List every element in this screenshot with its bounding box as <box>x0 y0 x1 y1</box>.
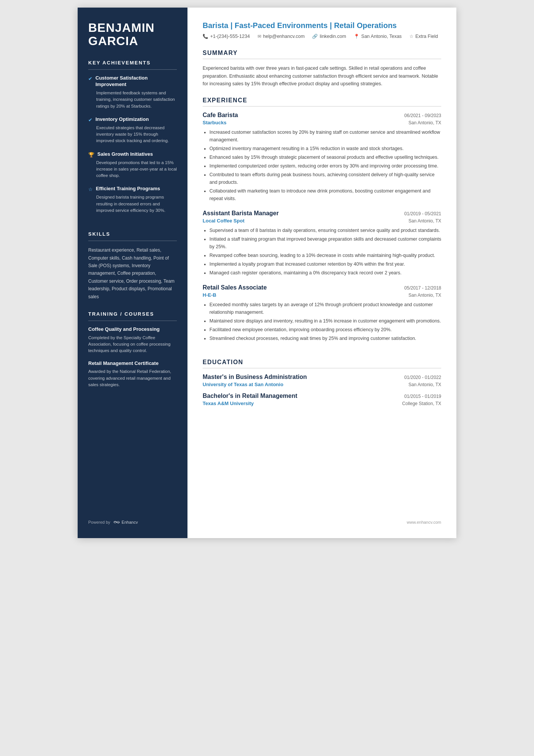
job-company: H-E-B <box>203 292 216 298</box>
job-bullets: Increased customer satisfaction scores b… <box>203 128 441 202</box>
bullet-item: Implemented computerized order system, r… <box>209 162 441 170</box>
contact-extra: ☆ Extra Field <box>409 34 438 39</box>
bullet-item: Maintained store displays and inventory,… <box>209 317 441 325</box>
name-section: BENJAMIN GARCIA <box>88 21 177 48</box>
star-icon: ☆ <box>409 34 414 39</box>
job-company: Starbucks <box>203 120 226 125</box>
edu-subheader: University of Texas at San Antonio San A… <box>203 382 441 387</box>
achievement-title: Sales Growth Initiatives <box>97 151 153 158</box>
job-title: Retail Sales Associate <box>203 284 267 291</box>
main-footer: www.enhancv.com <box>203 514 441 524</box>
edu-header: Bachelor's in Retail Management 01/2015 … <box>203 393 441 399</box>
bullet-item: Collaborated with marketing team to intr… <box>209 187 441 202</box>
edu-dates: 01/2020 - 01/2022 <box>404 375 441 380</box>
header-separator: | <box>230 21 234 30</box>
achievement-item: ✔ Inventory Optimization Executed strate… <box>88 116 177 144</box>
training-title: TRAINING / COURSES <box>88 311 177 317</box>
header-title: Barista | Fast-Paced Environments | Reta… <box>203 21 441 30</box>
edu-school: Texas A&M University <box>203 401 254 406</box>
contact-row: 📞 +1-(234)-555-1234 ✉ help@enhancv.com 🔗… <box>203 34 441 39</box>
job-subheader: Starbucks San Antonio, TX <box>203 120 441 125</box>
skills-text: Restaurant experience, Retail sales, Com… <box>88 246 177 301</box>
edu-location: San Antonio, TX <box>408 382 441 387</box>
training-item: Coffee Quality and Processing Completed … <box>88 326 177 354</box>
summary-section: SUMMARY Experienced barista with over th… <box>203 50 441 88</box>
job-title: Cafe Barista <box>203 112 238 119</box>
enhancv-brand-name: Enhancv <box>122 520 138 524</box>
training-item: Retail Management Certificate Awarded by… <box>88 360 177 388</box>
job-location: San Antonio, TX <box>408 120 441 125</box>
location-text: San Antonio, Texas <box>361 34 402 39</box>
bullet-item: Enhanced sales by 15% through strategic … <box>209 153 441 161</box>
email-text: help@enhancv.com <box>263 34 305 39</box>
job-location: San Antonio, TX <box>408 218 441 224</box>
bullet-item: Implemented a loyalty program that incre… <box>209 260 441 268</box>
achievement-title: Inventory Optimization <box>95 116 149 123</box>
achievements-section: KEY ACHIEVEMENTS ✔ Customer Satisfaction… <box>88 60 177 221</box>
header-title-part3: Retail Operations <box>334 21 397 30</box>
achievement-title: Efficient Training Programs <box>96 186 160 192</box>
experience-item: Retail Sales Associate 05/2017 - 12/2018… <box>203 284 441 342</box>
skills-section: SKILLS Restaurant experience, Retail sal… <box>88 231 177 301</box>
resume-wrapper: BENJAMIN GARCIA KEY ACHIEVEMENTS ✔ Custo… <box>78 8 456 538</box>
header-section: Barista | Fast-Paced Environments | Reta… <box>203 21 441 41</box>
education-item: Master's in Business Administration 01/2… <box>203 374 441 387</box>
achievement-desc: Developed promotions that led to a 15% i… <box>96 160 177 179</box>
edu-dates: 01/2015 - 01/2019 <box>404 394 441 399</box>
achievement-desc: Implemented feedback systems and trainin… <box>96 90 177 110</box>
experience-item: Cafe Barista 06/2021 - 09/2023 Starbucks… <box>203 112 441 202</box>
training-course-title: Coffee Quality and Processing <box>88 326 177 333</box>
bullet-item: Facilitated new employee orientation, im… <box>209 326 441 333</box>
header-separator2: | <box>330 21 334 30</box>
star-icon: ☆ <box>88 186 93 192</box>
edu-location: College Station, TX <box>402 401 441 406</box>
achievement-title: Customer Satisfaction Improvement <box>95 75 177 88</box>
extra-text: Extra Field <box>415 34 438 39</box>
job-dates: 05/2017 - 12/2018 <box>404 285 441 291</box>
header-title-part2: Fast-Paced Environments <box>235 21 328 30</box>
skills-title: SKILLS <box>88 231 177 237</box>
contact-location: 📍 San Antonio, Texas <box>354 34 402 39</box>
bullet-item: Initiated a staff training program that … <box>209 235 441 250</box>
contact-linkedin: 🔗 linkedin.com <box>312 34 346 39</box>
location-icon: 📍 <box>354 34 359 39</box>
job-bullets: Supervised a team of 8 baristas in daily… <box>203 227 441 277</box>
enhancv-logo: Enhancv <box>113 520 138 524</box>
job-dates: 06/2021 - 09/2023 <box>404 113 441 118</box>
powered-by-label: Powered by <box>88 520 110 524</box>
experience-section: EXPERIENCE Cafe Barista 06/2021 - 09/202… <box>203 97 441 350</box>
education-section: EDUCATION Master's in Business Administr… <box>203 359 441 412</box>
job-header: Cafe Barista 06/2021 - 09/2023 <box>203 112 441 119</box>
summary-text: Experienced barista with over three year… <box>203 64 441 88</box>
bullet-item: Exceeded monthly sales targets by an ave… <box>209 301 441 316</box>
header-title-part1: Barista <box>203 21 228 30</box>
bullet-item: Supervised a team of 8 baristas in daily… <box>209 227 441 234</box>
sidebar: BENJAMIN GARCIA KEY ACHIEVEMENTS ✔ Custo… <box>78 8 187 538</box>
experience-section-title: EXPERIENCE <box>203 97 441 104</box>
job-header: Retail Sales Associate 05/2017 - 12/2018 <box>203 284 441 291</box>
checkmark-icon: ✔ <box>88 117 92 123</box>
achievement-item: ☆ Efficient Training Programs Designed b… <box>88 186 177 214</box>
achievements-title: KEY ACHIEVEMENTS <box>88 60 177 66</box>
achievement-item: ✔ Customer Satisfaction Improvement Impl… <box>88 75 177 110</box>
edu-subheader: Texas A&M University College Station, TX <box>203 401 441 406</box>
bullet-item: Streamlined checkout processes, reducing… <box>209 335 441 342</box>
education-item: Bachelor's in Retail Management 01/2015 … <box>203 393 441 406</box>
job-header: Assistant Barista Manager 01/2019 - 05/2… <box>203 210 441 217</box>
summary-section-title: SUMMARY <box>203 50 441 56</box>
achievement-desc: Executed strategies that decreased inven… <box>96 125 177 144</box>
job-dates: 01/2019 - 05/2021 <box>404 211 441 216</box>
bullet-item: Contributed to team efforts during peak … <box>209 171 441 186</box>
bullet-item: Managed cash register operations, mainta… <box>209 269 441 277</box>
bullet-item: Optimized inventory management resulting… <box>209 145 441 152</box>
edu-school: University of Texas at San Antonio <box>203 382 283 387</box>
job-location: San Antonio, TX <box>408 293 441 298</box>
link-icon: 🔗 <box>312 34 318 39</box>
training-course-desc: Completed by the Specialty Coffee Associ… <box>88 335 177 354</box>
trophy-icon: 🏆 <box>88 152 94 158</box>
job-bullets: Exceeded monthly sales targets by an ave… <box>203 301 441 342</box>
contact-email: ✉ help@enhancv.com <box>258 34 305 39</box>
bullet-item: Increased customer satisfaction scores b… <box>209 128 441 144</box>
checkmark-icon: ✔ <box>88 76 92 81</box>
training-section: TRAINING / COURSES Coffee Quality and Pr… <box>88 311 177 394</box>
